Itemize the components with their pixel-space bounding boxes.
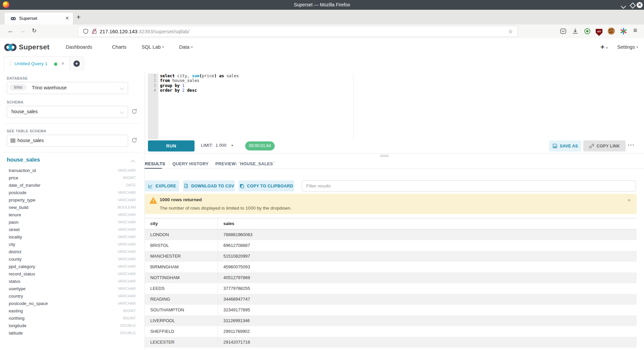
- table-row[interactable]: READING34468947747: [145, 294, 637, 305]
- table-row[interactable]: SHEFFIELD29911769902: [145, 326, 637, 337]
- pane-splitter[interactable]: [145, 153, 644, 154]
- nav-item-charts[interactable]: Charts: [112, 44, 126, 50]
- sql-editor[interactable]: 1234 select city, sum(price) as salesfro…: [145, 71, 644, 139]
- explore-button[interactable]: EXPLORE: [145, 180, 179, 191]
- download-csv-button[interactable]: DOWNLOAD TO CSV: [183, 180, 235, 191]
- forward-button[interactable]: →: [19, 27, 26, 35]
- column-type: VARCHAR: [118, 301, 136, 305]
- copy-link-button[interactable]: COPY LINK: [583, 140, 626, 151]
- extension-asterisk-icon[interactable]: [620, 28, 627, 36]
- new-content-button[interactable]: +▾: [600, 43, 607, 51]
- query-tab-active[interactable]: ⋮ Untitled Query 1 ×: [4, 56, 73, 71]
- cell-city: BRISTOL: [145, 240, 218, 251]
- limit-dropdown[interactable]: LIMIT:1 000: [201, 143, 226, 148]
- window-title: Superset — Mozilla Firefox: [0, 2, 644, 7]
- bookmark-star-icon[interactable]: ☆: [508, 28, 513, 35]
- nav-item-data[interactable]: Data▾: [179, 44, 193, 50]
- column-row: date_of_transferDATE: [7, 181, 136, 189]
- schema-label: SCHEMA: [7, 100, 23, 104]
- chevron-down-icon: [120, 86, 124, 90]
- tab-close-icon[interactable]: ✕: [65, 15, 69, 21]
- column-row: localityVARCHAR: [7, 233, 136, 240]
- run-button[interactable]: RUN: [148, 140, 195, 151]
- cell-city: LEICESTER: [145, 337, 218, 348]
- downloads-icon[interactable]: [572, 28, 579, 36]
- window-minimize-button[interactable]: [622, 3, 625, 9]
- column-type: VARCHAR: [118, 168, 136, 172]
- nav-item-dashboards[interactable]: Dashboards: [66, 44, 92, 50]
- ublock-icon[interactable]: uO: [596, 28, 602, 36]
- settings-menu[interactable]: Settings▾: [617, 44, 638, 50]
- banner-message: The number of rows displayed is limited …: [160, 206, 291, 211]
- window-maximize-button[interactable]: [631, 3, 635, 9]
- more-options-button[interactable]: ···: [628, 142, 635, 148]
- copy-clipboard-button[interactable]: COPY TO CLIPBOARD: [238, 180, 294, 191]
- reload-button[interactable]: ↻: [32, 27, 37, 34]
- schema-refresh-icon[interactable]: [131, 108, 137, 114]
- superset-brand[interactable]: Superset: [19, 43, 49, 51]
- url-text[interactable]: 217.160.120.143:32393/superset/sqllab/: [100, 29, 190, 34]
- back-button[interactable]: ←: [7, 27, 14, 35]
- table-select[interactable]: house_sales: [7, 135, 128, 147]
- database-select[interactable]: trino Trino warehouse: [7, 82, 128, 94]
- superset-logo-icon[interactable]: [3, 43, 17, 52]
- nav-item-sql-lab[interactable]: SQL Lab▾: [142, 44, 164, 50]
- browser-toolbar: ← → ↻ 217.160.120.143:32393/superset/sql…: [0, 25, 644, 39]
- column-name: property_type: [7, 198, 36, 203]
- cookie-icon[interactable]: [608, 28, 615, 36]
- table-name-heading[interactable]: house_sales: [7, 157, 40, 163]
- column-type: BOOLEAN: [117, 205, 136, 209]
- column-name: longitude: [7, 323, 26, 328]
- table-row[interactable]: LIVERPOOL31126991346: [145, 315, 637, 326]
- table-row[interactable]: LEEDS37779768255: [145, 283, 637, 294]
- cell-sales: 29142071716: [218, 337, 637, 348]
- add-query-tab-button[interactable]: +: [69, 56, 84, 71]
- column-row: latitudeDOUBLE: [7, 329, 136, 337]
- column-type: VARCHAR: [118, 294, 136, 298]
- tab-preview-house-sales[interactable]: PREVIEW: `HOUSE_SALES`: [215, 162, 275, 166]
- schema-select[interactable]: house_sales: [7, 106, 128, 118]
- column-row: new_buildBOOLEAN: [7, 204, 136, 211]
- column-row: postcodeVARCHAR: [7, 189, 136, 196]
- table-row[interactable]: BIRMINGHAM45960075093: [145, 262, 637, 272]
- header-sales[interactable]: sales: [218, 218, 637, 229]
- screen: Superset — Mozilla Firefox ✕ Superset ✕ …: [0, 0, 644, 350]
- column-name: northing: [7, 316, 24, 321]
- save-as-button[interactable]: SAVE AS: [549, 140, 581, 151]
- table-row[interactable]: LEICESTER29142071716: [145, 337, 637, 348]
- column-name: price: [7, 175, 18, 180]
- header-city[interactable]: city: [145, 218, 218, 229]
- column-row: paonVARCHAR: [7, 218, 136, 226]
- browser-tab[interactable]: Superset ✕: [4, 12, 73, 25]
- tab-results[interactable]: RESULTS: [145, 162, 165, 166]
- column-name: new_build: [7, 205, 29, 210]
- table-row[interactable]: LONDON788861960063: [145, 229, 637, 240]
- table-refresh-icon[interactable]: [131, 137, 137, 143]
- table-row[interactable]: BRISTOL69612708887: [145, 240, 637, 251]
- url-bar[interactable]: 217.160.120.143:32393/superset/sqllab/ ☆: [78, 26, 518, 37]
- table-row[interactable]: SOUTHAMPTON32349177895: [145, 305, 637, 315]
- splitter-grip-icon[interactable]: [380, 155, 389, 158]
- query-tab-title[interactable]: Untitled Query 1: [14, 61, 47, 66]
- caret-down-icon[interactable]: ▾: [231, 144, 233, 147]
- table-row[interactable]: NOTTINGHAM40512797869: [145, 272, 637, 283]
- menu-hamburger-icon[interactable]: ≡: [633, 27, 637, 35]
- filter-results-input[interactable]: [302, 180, 636, 191]
- privacy-mask-icon[interactable]: [584, 28, 591, 36]
- banner-close-icon[interactable]: ×: [628, 197, 631, 203]
- window-close-button[interactable]: ✕: [637, 2, 643, 8]
- collapse-chevron-icon[interactable]: [131, 160, 135, 164]
- divider: [4, 123, 142, 124]
- table-row[interactable]: MANCHESTER51510820997: [145, 251, 637, 262]
- drag-grip-icon[interactable]: ⋮: [8, 60, 12, 66]
- column-type: VARCHAR: [118, 220, 136, 224]
- shield-icon[interactable]: [83, 29, 89, 34]
- schema-select-value: house_sales: [11, 109, 38, 114]
- query-tab-close-icon[interactable]: ×: [61, 60, 64, 66]
- column-row: northingBIGINT: [7, 314, 136, 322]
- elapsed-timer-badge: 00:00:01.64: [245, 141, 275, 150]
- new-tab-button[interactable]: +: [76, 14, 80, 20]
- tab-query-history[interactable]: QUERY HISTORY: [172, 162, 209, 166]
- lock-insecure-icon[interactable]: [92, 28, 97, 34]
- pocket-icon[interactable]: [559, 28, 567, 36]
